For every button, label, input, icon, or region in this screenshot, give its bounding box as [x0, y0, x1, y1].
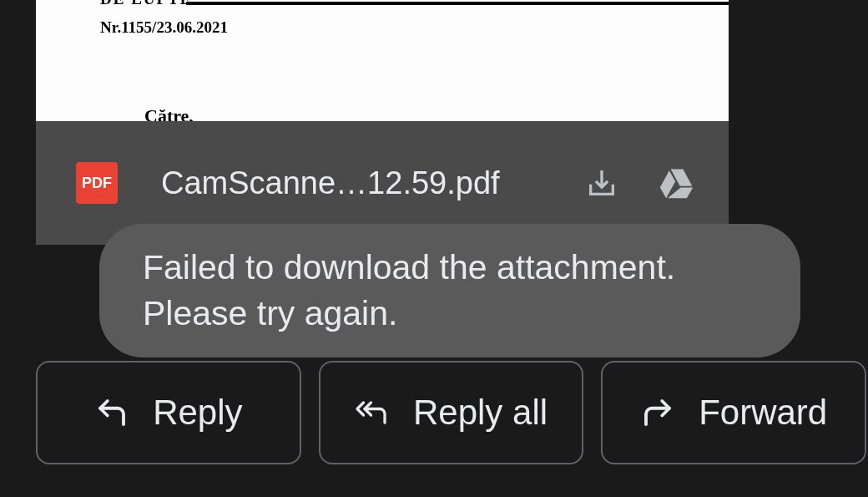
forward-button[interactable]: Forward [601, 361, 866, 464]
reply-all-icon [355, 395, 390, 430]
attachment-filename: CamScanne…12.59.pdf [161, 165, 547, 201]
download-icon[interactable] [582, 163, 622, 203]
forward-icon [640, 395, 675, 430]
document-preview[interactable]: DE LUPTE Nr.1155/23.06.2021 Către, [36, 0, 729, 121]
doc-text-line1: DE LUPTE [100, 0, 193, 8]
pdf-icon: PDF [76, 162, 118, 204]
reply-all-button[interactable]: Reply all [319, 361, 584, 464]
reply-label: Reply [153, 393, 242, 433]
reply-button[interactable]: Reply [36, 361, 301, 464]
toast-message: Failed to download the attachment. Pleas… [143, 245, 757, 337]
doc-text-nr: Nr.1155/23.06.2021 [100, 18, 228, 37]
drive-icon[interactable] [657, 163, 697, 203]
reply-icon [94, 395, 129, 430]
error-toast: Failed to download the attachment. Pleas… [99, 224, 800, 358]
forward-label: Forward [699, 393, 827, 433]
doc-divider [186, 2, 729, 5]
action-row: Reply Reply all Forward [36, 361, 866, 464]
attachment-card[interactable]: DE LUPTE Nr.1155/23.06.2021 Către, PDF C… [36, 0, 729, 245]
reply-all-label: Reply all [413, 393, 548, 433]
